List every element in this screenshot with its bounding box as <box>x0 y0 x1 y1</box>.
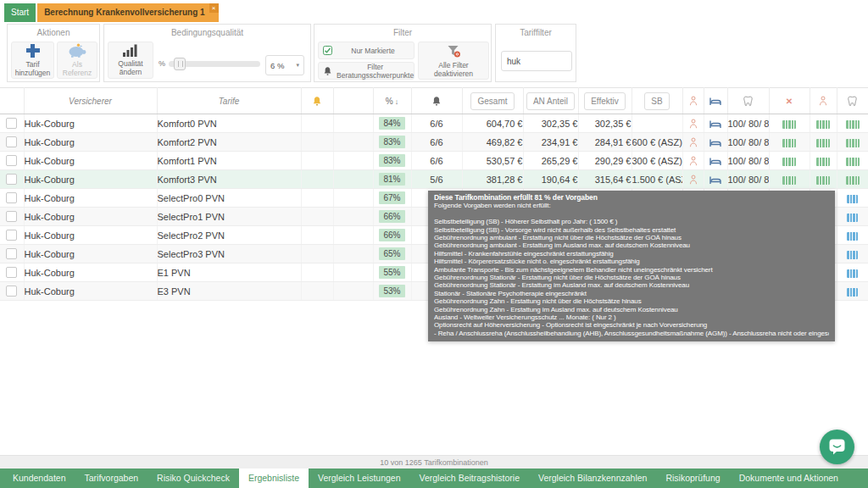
row-checkbox[interactable] <box>6 267 17 278</box>
table-row[interactable]: Huk-CoburgKomfort0 PVN84%6/6604,70 €302,… <box>0 114 868 133</box>
rating-bars-icon <box>782 120 796 129</box>
header-zahn-rating[interactable] <box>837 88 868 114</box>
row-checkbox[interactable] <box>6 230 17 241</box>
person-icon <box>689 137 698 147</box>
quality-slider-handle[interactable] <box>174 58 186 70</box>
an-anteil-cell: 234,91 € <box>523 133 578 152</box>
tariffilter-input[interactable] <box>501 51 572 71</box>
close-icon[interactable]: × <box>209 3 219 13</box>
nav-item-risiko-quickcheck[interactable]: Risiko Quickcheck <box>147 469 239 488</box>
row-checkbox[interactable] <box>6 248 17 259</box>
row-checkbox[interactable] <box>6 174 17 185</box>
nav-item-vergleich-leistungen[interactable]: Vergleich Leistungen <box>309 469 410 488</box>
rating-cell-3 <box>837 263 868 282</box>
alle-filter-deaktivieren-label: Alle Filter deaktivieren <box>419 61 488 78</box>
tarif-hinzufuegen-button[interactable]: Tarif hinzufügen <box>11 42 54 79</box>
header-gesamt[interactable]: Gesamt <box>462 88 523 114</box>
piggybank-icon <box>67 43 87 58</box>
chevron-down-icon: ▾ <box>296 62 299 69</box>
rating-cell-1 <box>769 170 810 189</box>
hint-cell <box>301 245 333 263</box>
table-row[interactable]: Huk-CoburgKomfort1 PVN83%6/6530,57 €265,… <box>0 152 868 170</box>
chat-button[interactable] <box>820 430 854 464</box>
extra-cell <box>333 170 373 189</box>
nav-item-tarifvorgaben[interactable]: Tarifvorgaben <box>75 469 147 488</box>
rating-bars-icon <box>847 288 858 297</box>
header-an-anteil[interactable]: AN Anteil <box>523 88 578 114</box>
row-checkbox[interactable] <box>6 286 17 297</box>
effektiv-cell: 302,35 € <box>578 114 632 133</box>
table-row[interactable]: Huk-CoburgKomfort2 PVN83%6/6469,82 €234,… <box>0 133 868 152</box>
rating-cell-3 <box>837 245 868 263</box>
quality-select-value: 6 % <box>270 61 284 70</box>
gesamt-header-box[interactable]: Gesamt <box>470 92 514 110</box>
bell-icon <box>323 66 332 76</box>
tab-start[interactable]: Start <box>4 3 36 22</box>
tooltip-item: Hilfsmittel - Krankenfahrstühle eingesch… <box>434 250 829 258</box>
tooltip-item: Gebührenordnung Zahn - Erstattung im Aus… <box>434 306 829 313</box>
header-hint-col[interactable] <box>301 88 333 114</box>
hint-cell <box>301 189 333 208</box>
zahnstaffel-cell: 100/ 80/ 80 <box>727 152 769 170</box>
quality-select[interactable]: 6 % ▾ <box>265 55 304 75</box>
bottom-nav: KundendatenTarifvorgabenRisiko Quickchec… <box>0 469 868 488</box>
nav-item-ergebnisliste[interactable]: Ergebnisliste <box>239 469 309 488</box>
tooltip-item: Gebührenordnung ambulant - Erstattung im… <box>434 241 829 249</box>
table-row[interactable]: Huk-CoburgKomfort3 PVN81%5/6381,28 €190,… <box>0 170 868 189</box>
hint-cell <box>301 133 333 152</box>
quality-slider[interactable] <box>169 61 260 67</box>
header-zahn[interactable] <box>727 88 769 114</box>
header-versicherer[interactable]: Versicherer <box>24 88 157 114</box>
row-select-cell <box>0 189 24 208</box>
header-tarife[interactable]: Tarife <box>157 88 301 114</box>
rating-bars-icon <box>816 158 830 166</box>
header-x-col[interactable]: ✕ <box>769 88 810 114</box>
x-icon: ✕ <box>786 97 793 106</box>
sb-header-box[interactable]: SB <box>644 92 669 110</box>
header-percent[interactable]: %↓ <box>373 88 411 114</box>
header-ambulant-rating[interactable] <box>810 88 837 114</box>
ambulant-cell <box>682 133 704 152</box>
rating-cell-3 <box>837 208 868 226</box>
row-select-cell <box>0 208 24 226</box>
header-beratungsschwerpunkte[interactable] <box>411 88 462 114</box>
an-anteil-header-box[interactable]: AN Anteil <box>526 92 575 110</box>
row-checkbox[interactable] <box>6 155 17 166</box>
row-checkbox[interactable] <box>6 211 17 222</box>
row-checkbox[interactable] <box>6 136 17 147</box>
stationaer-cell <box>704 152 727 170</box>
header-ambulant[interactable] <box>682 88 704 114</box>
header-effektiv[interactable]: Effektiv <box>578 88 632 114</box>
erfuellt-cell: 5/6 <box>411 170 462 189</box>
sort-desc-icon: ↓ <box>395 97 399 106</box>
alle-filter-deaktivieren-button[interactable]: Alle Filter deaktivieren <box>418 42 489 80</box>
rating-cell-3 <box>837 189 868 208</box>
rating-cell-1 <box>769 133 810 152</box>
rating-bars-icon <box>816 120 830 129</box>
nav-item-dokumente-und-aktionen[interactable]: Dokumente und Aktionen <box>730 469 848 488</box>
an-anteil-cell: 302,35 € <box>523 114 578 133</box>
tarif-cell: SelectPro2 PVN <box>157 226 301 245</box>
row-checkbox[interactable] <box>6 192 17 203</box>
tab-berechnung[interactable]: Berechnung Krankenvollversicherung 1 × <box>37 3 219 22</box>
nav-item-kundendaten[interactable]: Kundendaten <box>3 469 75 488</box>
row-checkbox[interactable] <box>6 118 17 129</box>
stationaer-cell <box>704 114 727 133</box>
header-stationaer[interactable] <box>704 88 727 114</box>
effektiv-header-box[interactable]: Effektiv <box>584 92 626 110</box>
qualitaet-aendern-button[interactable]: Qualität ändern <box>108 42 153 79</box>
nav-item-vergleich-beitragshistorie[interactable]: Vergleich Beitragshistorie <box>410 469 529 488</box>
rating-cell-2 <box>810 114 837 133</box>
criteria-tooltip: Diese Tarifkombination erfüllt 81 % der … <box>428 191 835 341</box>
versicherer-cell: Huk-Coburg <box>24 245 157 263</box>
filter-beratungsschwerpunkte-button[interactable]: Filter Beratungsschwerpunkte <box>318 62 415 80</box>
tooltip-item: Ambulante Transporte - Bis zum nächstgee… <box>434 266 829 274</box>
percent-cell: 55% <box>373 263 411 282</box>
nav-item-vergleich-bilanzkennzahlen[interactable]: Vergleich Bilanzkennzahlen <box>529 469 656 488</box>
bed-icon <box>709 120 721 129</box>
als-referenz-button[interactable]: Als Referenz <box>57 42 97 79</box>
panel-aktionen: Aktionen Tarif hinzufügen Als Referenz <box>7 24 100 82</box>
header-sb[interactable]: SB <box>632 88 682 114</box>
nav-item-risikoprüfung[interactable]: Risikoprüfung <box>656 469 729 488</box>
nur-markierte-button[interactable]: Nur Markierte <box>318 42 415 59</box>
